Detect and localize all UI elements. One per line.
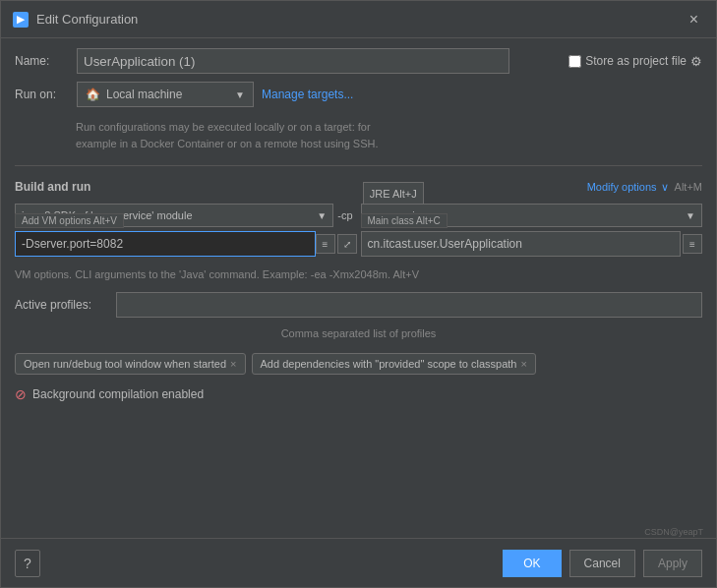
tag-label-0: Open run/debug tool window when started [24,358,226,370]
profiles-input[interactable] [116,292,702,318]
main-class-input[interactable] [361,231,682,257]
vm-icon-btn-2[interactable]: ⤢ [337,234,357,254]
tag-label-1: Add dependencies with "provided" scope t… [261,358,517,370]
add-vm-tooltip: Add VM options Alt+V [15,213,124,228]
module-arrow-icon: ▼ [686,210,695,221]
error-row: ⊘ Background compilation enabled [15,386,702,402]
main-class-row: Main class Alt+C ≡ [361,231,703,257]
main-class-tooltip: Main class Alt+C [361,213,448,228]
right-column: user-service ▼ Main class Alt+C ≡ [361,204,703,257]
title-bar: ▶ Edit Configuration × [1,1,716,38]
tag-1: Add dependencies with "provided" scope t… [252,353,536,375]
title-bar-left: ▶ Edit Configuration [13,12,138,28]
ok-button[interactable]: OK [503,550,561,577]
edit-configuration-dialog: ▶ Edit Configuration × Name: Store as pr… [0,0,717,588]
footer-buttons: OK Cancel Apply [503,550,702,577]
store-row: Store as project file ⚙ [568,54,702,69]
run-on-dropdown[interactable]: 🏠 Local machine ▼ [77,82,254,107]
help-text-line1: Run configurations may be executed local… [76,121,371,133]
error-text: Background compilation enabled [32,387,204,401]
app-icon: ▶ [13,12,29,28]
modify-options-area: Modify options ∨ Alt+M [587,181,702,194]
store-checkbox[interactable] [568,55,581,68]
name-row: Name: Store as project file ⚙ [15,48,702,74]
cp-label: -cp [337,209,352,221]
section-divider [15,165,702,166]
sdk-arrow-icon: ▼ [317,210,327,221]
dialog-content: Name: Store as project file ⚙ Run on: 🏠 … [1,38,716,538]
build-run-title: Build and run [15,180,90,194]
modify-options-button[interactable]: Modify options ∨ [587,181,669,194]
jre-sdk-row: JRE Alt+J java 8 SDK of 'user-service' m… [15,204,702,257]
help-button[interactable]: ? [15,550,40,577]
main-class-icon-btn[interactable]: ≡ [683,234,702,254]
dialog-footer: ? OK Cancel Apply [1,538,716,587]
store-label: Store as project file [585,54,687,68]
profiles-hint: Comma separated list of profiles [15,325,702,341]
vm-icon-btn-1[interactable]: ≡ [316,234,335,254]
modify-options-label: Modify options [587,181,657,193]
build-run-header: Build and run Modify options ∨ Alt+M [15,176,702,196]
chevron-down-icon: ∨ [661,181,669,194]
run-help-text: Run configurations may be executed local… [15,115,702,155]
run-on-row: Run on: 🏠 Local machine ▼ Manage targets… [15,82,702,107]
name-input[interactable] [77,48,509,74]
vm-row-wrapper: Add VM options Alt+V ≡ ⤢ [15,231,357,257]
jre-button[interactable]: JRE Alt+J [363,182,424,206]
store-checkbox-label[interactable]: Store as project file [568,54,687,68]
active-profiles-row: Active profiles: [15,292,702,318]
house-icon: 🏠 [86,88,100,101]
close-button[interactable]: × [684,10,704,29]
help-text-line2: example in a Docker Container or on a re… [76,138,379,149]
tag-close-1[interactable]: × [521,358,527,370]
machine-label: Local machine [106,88,182,101]
left-column: JRE Alt+J java 8 SDK of 'user-service' m… [15,204,357,257]
name-label: Name: [15,54,69,68]
vm-icons: ≡ ⤢ [316,234,357,254]
vm-help-text: VM options. CLI arguments to the 'Java' … [15,266,702,282]
apply-button[interactable]: Apply [643,550,702,577]
tag-close-0[interactable]: × [230,358,236,370]
run-on-label: Run on: [15,88,69,101]
profiles-label: Active profiles: [15,298,108,312]
error-icon: ⊘ [15,386,27,402]
watermark: CSDN@yeapT [644,527,703,537]
tags-row: Open run/debug tool window when started … [15,353,702,375]
modify-shortcut: Alt+M [675,181,702,193]
vm-input[interactable] [15,231,316,257]
tag-0: Open run/debug tool window when started … [15,353,246,375]
gear-icon[interactable]: ⚙ [690,54,702,69]
dropdown-arrow-icon: ▼ [235,89,245,100]
manage-targets-link[interactable]: Manage targets... [262,88,353,101]
cancel-button[interactable]: Cancel [569,550,635,577]
dialog-title: Edit Configuration [36,12,138,27]
